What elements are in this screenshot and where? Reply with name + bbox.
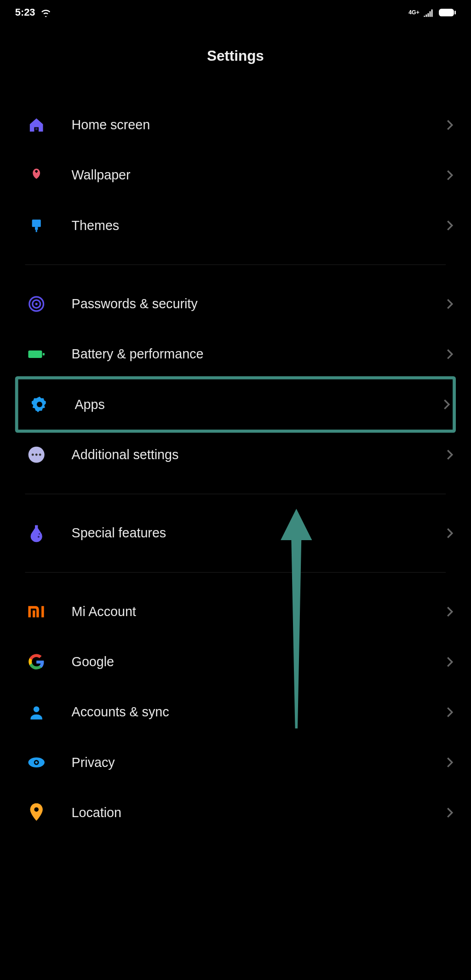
eye-icon (25, 751, 48, 774)
row-label: Additional settings (72, 447, 446, 462)
svg-point-8 (35, 303, 38, 305)
tulip-icon (25, 164, 48, 186)
row-label: Accounts & sync (72, 705, 446, 720)
svg-rect-10 (43, 353, 45, 355)
row-special-features[interactable]: Special features (0, 508, 471, 558)
chevron-right-icon (446, 169, 453, 181)
row-passwords-security[interactable]: Passwords & security (0, 279, 471, 329)
row-label: Passwords & security (72, 296, 446, 311)
gear-icon (28, 393, 51, 415)
chevron-right-icon (446, 298, 453, 310)
chevron-right-icon (446, 348, 453, 360)
row-label: Google (72, 654, 446, 669)
google-logo-icon (25, 651, 48, 673)
chevron-right-icon (446, 527, 453, 539)
svg-point-17 (39, 533, 40, 535)
paintbrush-icon (25, 214, 48, 236)
chevron-right-icon (446, 656, 453, 668)
divider (25, 494, 446, 494)
status-time: 5:23 (15, 7, 35, 18)
chevron-right-icon (446, 219, 453, 231)
battery-icon (438, 8, 456, 17)
svg-point-16 (38, 536, 40, 538)
chevron-right-icon (446, 756, 453, 768)
row-battery-performance[interactable]: Battery & performance (0, 329, 471, 379)
person-icon (25, 701, 48, 723)
row-themes[interactable]: Themes (0, 200, 471, 250)
divider (25, 265, 446, 265)
svg-rect-0 (439, 9, 454, 16)
chevron-right-icon (446, 807, 453, 819)
row-label: Location (72, 805, 446, 820)
row-mi-account[interactable]: Mi Account (0, 587, 471, 637)
wifi-icon (40, 8, 52, 17)
fingerprint-icon (25, 293, 48, 315)
network-label: 4G+ (408, 10, 419, 15)
chevron-right-icon (446, 449, 453, 461)
svg-rect-9 (28, 351, 42, 358)
svg-point-11 (37, 402, 42, 407)
signal-icon (423, 8, 435, 17)
row-label: Privacy (72, 755, 446, 770)
svg-point-21 (35, 761, 37, 763)
location-pin-icon (25, 801, 48, 824)
row-label: Themes (72, 218, 446, 233)
svg-point-22 (34, 807, 39, 812)
chevron-right-icon (446, 706, 453, 718)
battery-icon (25, 343, 48, 365)
svg-point-15 (39, 454, 41, 456)
row-google[interactable]: Google (0, 637, 471, 687)
row-additional-settings[interactable]: Additional settings (0, 430, 471, 480)
row-accounts-sync[interactable]: Accounts & sync (0, 687, 471, 737)
chevron-right-icon (446, 605, 453, 618)
row-apps[interactable]: Apps (15, 376, 456, 433)
flask-icon (25, 522, 48, 544)
status-left: 5:23 (15, 7, 52, 18)
row-location[interactable]: Location (0, 788, 471, 838)
svg-point-18 (34, 706, 40, 712)
row-label: Battery & performance (72, 346, 446, 362)
row-label: Apps (75, 397, 442, 412)
svg-rect-4 (35, 227, 38, 230)
status-right: 4G+ (408, 8, 456, 17)
chevron-right-icon (446, 119, 453, 131)
svg-point-13 (32, 454, 34, 456)
chevron-right-icon (442, 398, 450, 410)
row-label: Home screen (72, 117, 446, 133)
row-label: Mi Account (72, 604, 446, 619)
row-label: Wallpaper (72, 167, 446, 183)
page-title: Settings (0, 25, 471, 100)
row-privacy[interactable]: Privacy (0, 738, 471, 788)
row-wallpaper[interactable]: Wallpaper (0, 150, 471, 200)
settings-list: Home screen Wallpaper Themes Passwords &… (0, 100, 471, 838)
row-label: Special features (72, 526, 446, 541)
more-icon (25, 444, 48, 466)
svg-rect-2 (35, 128, 38, 130)
row-home-screen[interactable]: Home screen (0, 100, 471, 150)
svg-rect-1 (454, 11, 456, 14)
svg-rect-5 (36, 230, 37, 232)
home-icon (25, 114, 48, 136)
divider (25, 572, 446, 573)
mi-logo-icon (25, 600, 48, 623)
svg-rect-3 (32, 219, 41, 227)
svg-point-14 (35, 454, 38, 456)
status-bar: 5:23 4G+ (0, 0, 471, 25)
